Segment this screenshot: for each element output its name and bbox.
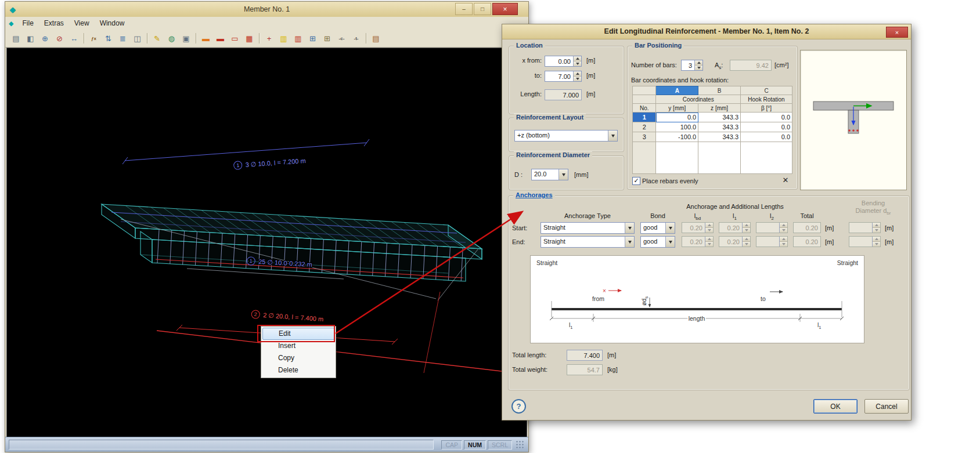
ok-button[interactable]: OK — [813, 399, 858, 414]
row-number[interactable]: 1 — [633, 113, 656, 122]
diameter-select[interactable]: 20.0 — [531, 169, 568, 180]
spin-down-icon — [705, 241, 713, 247]
menu-file[interactable]: File — [17, 18, 38, 28]
context-menu-item-copy[interactable]: Copy — [262, 352, 334, 364]
end-bending-unit: [m] — [885, 238, 893, 245]
result-solid-red-icon[interactable]: ▬ — [214, 32, 227, 45]
dropdown-arrow-icon[interactable] — [665, 223, 675, 233]
sort-items-icon[interactable]: ⇅ — [102, 32, 115, 45]
delete-rebar-icon[interactable]: ✕ — [780, 174, 791, 186]
table-row[interactable]: 3 -100.0 343.3 0.0 — [633, 132, 792, 142]
x-from-spinner[interactable] — [573, 56, 581, 66]
compression-icon[interactable]: -c- — [335, 32, 348, 45]
start-anchorage-type-select[interactable]: Straight — [541, 222, 635, 234]
cell-y[interactable]: 0.0 — [656, 113, 698, 122]
column-header-b[interactable]: B — [698, 86, 741, 95]
menu-extras[interactable]: Extras — [39, 18, 69, 28]
context-menu-item-edit[interactable]: Edit — [262, 328, 334, 340]
context-menu-item-insert[interactable]: Insert — [262, 340, 334, 352]
cell-y[interactable]: 100.0 — [656, 122, 698, 132]
to-input[interactable]: 7.00 — [545, 71, 582, 82]
result-hatch-icon[interactable]: ▦ — [243, 32, 256, 45]
cell-z[interactable]: 343.3 — [698, 122, 741, 132]
place-rebars-evenly-checkbox[interactable]: ✓ — [632, 177, 640, 185]
cancel-button[interactable]: Cancel — [864, 399, 909, 414]
tension-icon[interactable]: -t- — [350, 32, 363, 45]
number-of-bars-spinner[interactable] — [694, 60, 702, 70]
cell-beta[interactable]: 0.0 — [741, 132, 792, 142]
dropdown-arrow-icon[interactable] — [625, 223, 634, 233]
layout-select[interactable]: +z (bottom) — [514, 130, 618, 142]
cell-beta[interactable]: 0.0 — [741, 122, 792, 132]
end-bond-select[interactable]: good — [640, 236, 675, 248]
start-bond-select[interactable]: good — [640, 222, 675, 234]
render-icon[interactable]: ◧ — [24, 32, 37, 45]
panels-icon[interactable]: ◫ — [131, 32, 144, 45]
table-grid-2-icon[interactable]: ⊞ — [320, 32, 334, 45]
dropdown-arrow-icon[interactable] — [559, 169, 568, 180]
cell-z[interactable]: 343.3 — [698, 132, 741, 142]
menu-window[interactable]: Window — [95, 18, 130, 28]
table-row[interactable]: 1 0.0 343.3 0.0 — [633, 113, 792, 122]
pan-icon[interactable]: ↔ — [67, 32, 81, 45]
dropdown-arrow-icon[interactable] — [665, 237, 675, 247]
dropdown-arrow-icon[interactable] — [608, 131, 617, 141]
dialog-close-icon[interactable]: × — [886, 27, 908, 38]
number-of-bars-input[interactable]: 3 — [681, 60, 703, 71]
table-grid-icon[interactable]: ⊞ — [306, 32, 319, 45]
end-anchorage-type-select[interactable]: Straight — [541, 236, 635, 248]
bar-coordinates-table[interactable]: A B C Coordinates Hook Rotation No. y [m… — [632, 86, 792, 174]
end-l2-input — [756, 236, 788, 247]
table-row[interactable]: 2 100.0 343.3 0.0 — [633, 122, 792, 132]
dialog-titlebar[interactable]: Edit Longitudinal Reinforcement - Member… — [502, 24, 911, 39]
print-icon[interactable]: ▤ — [9, 32, 23, 45]
axes-icon[interactable]: + — [262, 32, 276, 45]
print-color-icon[interactable]: ▤ — [369, 32, 383, 45]
statusbar-grip-icon[interactable] — [516, 440, 525, 450]
snapshot-icon[interactable]: ▣ — [179, 32, 193, 45]
result-frame-icon[interactable]: ▭ — [228, 32, 242, 45]
list-items-icon[interactable]: ≣ — [116, 32, 129, 45]
column-header-a[interactable]: A — [656, 86, 698, 95]
cell-y[interactable]: -100.0 — [656, 132, 698, 142]
dropdown-arrow-icon[interactable] — [625, 237, 634, 247]
dimension-top-bars[interactable]: 1 3 ∅ 10.0, l = 7.200 m — [123, 139, 369, 169]
viewport-3d[interactable]: 1 3 ∅ 10.0, l = 7.200 m — [6, 48, 527, 437]
maximize-icon[interactable]: □ — [474, 3, 491, 15]
zoom-in-icon[interactable]: ⊕ — [38, 32, 52, 45]
menu-app-icon[interactable]: ◆ — [9, 20, 13, 27]
anchorages-title[interactable]: Anchorages — [513, 191, 555, 198]
close-icon[interactable]: × — [492, 3, 518, 15]
help-icon[interactable]: ? — [511, 399, 526, 414]
x-from-input[interactable]: 0.00 — [545, 56, 582, 67]
spin-up-icon[interactable] — [574, 56, 581, 61]
cell-z[interactable]: 343.3 — [698, 113, 741, 122]
row-number[interactable]: 3 — [633, 132, 656, 142]
dimension-bottom-bars-label[interactable]: 2 2 ∅ 20.0, l = 7.400 m — [251, 310, 324, 324]
column-header-c[interactable]: C — [741, 86, 792, 95]
zoom-cancel-icon[interactable]: ⊘ — [53, 32, 66, 45]
spin-up-icon[interactable] — [574, 71, 581, 76]
total-length-field: 7.400 — [567, 350, 603, 361]
result-solid-orange-icon[interactable]: ▬ — [199, 32, 212, 45]
row-number[interactable]: 2 — [633, 122, 656, 132]
diagram-red-icon[interactable]: ▥ — [291, 32, 305, 45]
edit-pencil-icon[interactable]: ✎ — [150, 32, 164, 45]
function-icon[interactable]: ƒx — [87, 32, 100, 45]
spin-down-icon[interactable] — [574, 76, 581, 81]
main-window-titlebar[interactable]: ◆ Member No. 1 – □ × — [5, 2, 528, 17]
minimize-icon[interactable]: – — [455, 3, 473, 15]
globe-icon[interactable]: ◍ — [165, 32, 178, 45]
svg-text:2 ∅ 20.0, l = 7.400 m: 2 ∅ 20.0, l = 7.400 m — [263, 311, 324, 322]
context-menu-item-delete[interactable]: Delete — [262, 364, 334, 376]
main-window-title: Member No. 1 — [5, 5, 528, 13]
spin-down-icon[interactable] — [695, 65, 702, 70]
spin-up-icon[interactable] — [695, 60, 702, 65]
menu-view[interactable]: View — [69, 18, 95, 28]
diagram-yellow-icon[interactable]: ▥ — [277, 32, 290, 45]
to-spinner[interactable] — [573, 71, 581, 81]
spin-up-icon — [705, 223, 713, 227]
spin-up-icon — [873, 223, 880, 227]
cell-beta[interactable]: 0.0 — [741, 113, 792, 122]
spin-down-icon[interactable] — [574, 61, 581, 66]
